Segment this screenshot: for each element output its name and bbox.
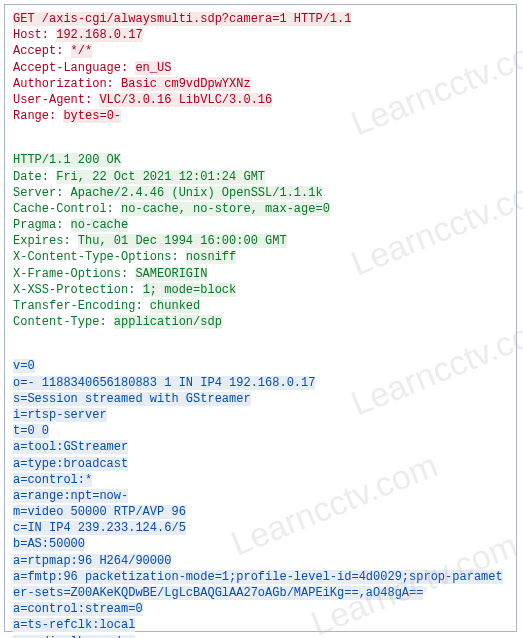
header-key: Expires: <box>13 234 78 248</box>
header-pragma: Pragma: no-cache <box>13 217 508 233</box>
blank-line <box>13 138 508 152</box>
header-key: Date: <box>13 170 56 184</box>
header-key: User-Agent: <box>13 93 99 107</box>
sdp-line: m=video 50000 RTP/AVP 96 <box>13 504 508 520</box>
header-accept-language: Accept-Language: en_US <box>13 60 508 76</box>
header-key: Range: <box>13 109 63 123</box>
request-uri: /axis-cgi/alwaysmulti.sdp?camera=1 <box>42 12 287 26</box>
header-key: Pragma: <box>13 218 71 232</box>
header-authorization: Authorization: Basic cm9vdDpwYXNz <box>13 76 508 92</box>
sdp-line: a=tool:GStreamer <box>13 439 508 455</box>
sdp-line: a=rtpmap:96 H264/90000 <box>13 553 508 569</box>
sdp-line: c=IN IP4 239.233.124.6/5 <box>13 520 508 536</box>
header-key: Server: <box>13 186 71 200</box>
sdp-line: a=control:stream=0 <box>13 601 508 617</box>
sdp-line: s=Session streamed with GStreamer <box>13 391 508 407</box>
header-value: chunked <box>150 299 200 313</box>
header-x-xss-protection: X-XSS-Protection: 1; mode=block <box>13 282 508 298</box>
method: GET <box>13 12 42 26</box>
header-x-frame-options: X-Frame-Options: SAMEORIGIN <box>13 266 508 282</box>
blank-line <box>13 330 508 344</box>
sdp-line: a=mediaclk:sender <box>13 634 508 638</box>
sdp-line: a=type:broadcast <box>13 456 508 472</box>
header-accept: Accept: */* <box>13 43 508 59</box>
header-key: X-XSS-Protection: <box>13 283 143 297</box>
header-key: Host: <box>13 28 56 42</box>
packet-capture-box: Learncctv.com Learncctv.com Learncctv.co… <box>4 4 517 632</box>
sdp-line: a=ts-refclk:local <box>13 617 508 633</box>
http-request-line: GET /axis-cgi/alwaysmulti.sdp?camera=1 H… <box>13 11 508 27</box>
header-x-content-type-options: X-Content-Type-Options: nosniff <box>13 249 508 265</box>
header-key: Cache-Control: <box>13 202 121 216</box>
http-status-line: HTTP/1.1 200 OK <box>13 152 508 168</box>
blank-line <box>13 344 508 358</box>
header-value: 192.168.0.17 <box>56 28 142 42</box>
header-value: Basic cm9vdDpwYXNz <box>121 77 251 91</box>
header-expires: Expires: Thu, 01 Dec 1994 16:00:00 GMT <box>13 233 508 249</box>
sdp-line: o=- 1188340656180883 1 IN IP4 192.168.0.… <box>13 375 508 391</box>
sdp-line: a=range:npt=now- <box>13 488 508 504</box>
header-key: Content-Type: <box>13 315 114 329</box>
http-version: HTTP/1.1 <box>287 12 352 26</box>
header-value: Apache/2.4.46 (Unix) OpenSSL/1.1.1k <box>71 186 323 200</box>
header-value: nosniff <box>186 250 236 264</box>
header-value: 1; mode=block <box>143 283 237 297</box>
header-host: Host: 192.168.0.17 <box>13 27 508 43</box>
header-server: Server: Apache/2.4.46 (Unix) OpenSSL/1.1… <box>13 185 508 201</box>
header-value: no-cache <box>71 218 129 232</box>
sdp-line: a=control:* <box>13 472 508 488</box>
blank-line <box>13 124 508 138</box>
header-key: Transfer-Encoding: <box>13 299 150 313</box>
header-cache-control: Cache-Control: no-cache, no-store, max-a… <box>13 201 508 217</box>
header-value: VLC/3.0.16 LibVLC/3.0.16 <box>99 93 272 107</box>
header-key: Authorization: <box>13 77 121 91</box>
status-text: HTTP/1.1 200 OK <box>13 153 121 167</box>
header-value: application/sdp <box>114 315 222 329</box>
header-value: SAMEORIGIN <box>135 267 207 281</box>
sdp-line: i=rtsp-server <box>13 407 508 423</box>
header-content-type: Content-Type: application/sdp <box>13 314 508 330</box>
header-value: en_US <box>135 61 171 75</box>
sdp-line: t=0 0 <box>13 423 508 439</box>
header-range: Range: bytes=0- <box>13 108 508 124</box>
header-value: Fri, 22 Oct 2021 12:01:24 GMT <box>56 170 265 184</box>
header-value: Thu, 01 Dec 1994 16:00:00 GMT <box>78 234 287 248</box>
header-date: Date: Fri, 22 Oct 2021 12:01:24 GMT <box>13 169 508 185</box>
header-key: X-Frame-Options: <box>13 267 135 281</box>
header-user-agent: User-Agent: VLC/3.0.16 LibVLC/3.0.16 <box>13 92 508 108</box>
header-key: X-Content-Type-Options: <box>13 250 186 264</box>
header-transfer-encoding: Transfer-Encoding: chunked <box>13 298 508 314</box>
sdp-line: v=0 <box>13 358 508 374</box>
header-value: bytes=0- <box>63 109 121 123</box>
header-key: Accept: <box>13 44 71 58</box>
sdp-line: b=AS:50000 <box>13 536 508 552</box>
sdp-line: a=fmtp:96 packetization-mode=1;profile-l… <box>13 569 508 601</box>
header-key: Accept-Language: <box>13 61 135 75</box>
header-value: */* <box>71 44 93 58</box>
header-value: no-cache, no-store, max-age=0 <box>121 202 330 216</box>
